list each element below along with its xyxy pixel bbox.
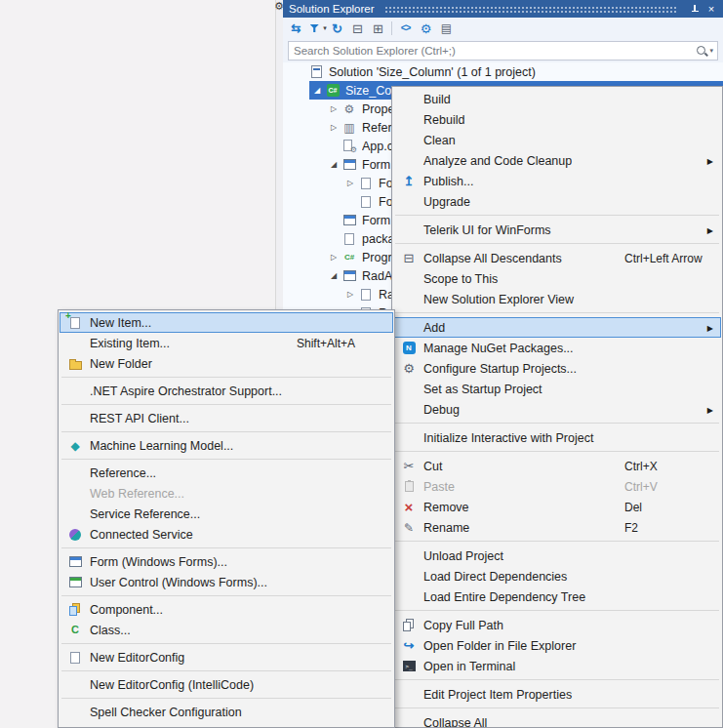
menu-separator: [61, 670, 391, 671]
menu-item-debug[interactable]: Debug▶: [393, 399, 721, 420]
view-code-button[interactable]: <>: [395, 19, 416, 38]
dropdown-arrow-icon[interactable]: ▾: [709, 47, 713, 55]
menu-item-new-editorconfig-intellicode[interactable]: New EditorConfig (IntelliCode): [60, 674, 393, 695]
preview-selected-button[interactable]: ▤: [436, 19, 457, 38]
winform-icon: [341, 213, 357, 228]
menu-item-new-folder[interactable]: New Folder: [60, 353, 393, 374]
collapse-all-button[interactable]: ⊟: [347, 19, 368, 38]
menu-item-connected-service[interactable]: Connected Service: [60, 524, 393, 545]
menu-item-web-reference[interactable]: Web Reference...: [60, 483, 393, 504]
menu-item-collapse-all-descendants[interactable]: ⊟Collapse All DescendantsCtrl+Left Arrow: [393, 248, 721, 268]
show-all-files-button[interactable]: ⊞: [368, 19, 388, 38]
menu-item-copy-full-path[interactable]: Copy Full Path: [393, 615, 721, 635]
config-file-icon: [341, 139, 357, 154]
menu-item-build[interactable]: Build: [393, 89, 721, 109]
indent: [283, 118, 326, 137]
menu-separator: [395, 541, 719, 542]
tree-item-solution-size-column-1-of-1-project[interactable]: Solution 'Size_Column' (1 of 1 project): [283, 62, 723, 81]
menu-item-reference[interactable]: Reference...: [60, 463, 393, 483]
menu-item-upgrade[interactable]: Upgrade: [393, 191, 721, 212]
sync-active-document-icon: ⇆: [289, 20, 304, 36]
expanded-expander-icon[interactable]: ◢: [326, 271, 341, 280]
menu-item-label: Telerik UI for WinForms: [423, 223, 551, 237]
collapsed-expander-icon[interactable]: ▷: [342, 179, 358, 187]
menu-item-existing-item[interactable]: Existing Item...Shift+Alt+A: [60, 333, 393, 353]
menu-item-new-editorconfig[interactable]: New EditorConfig: [60, 647, 393, 667]
view-code-icon: <>: [398, 20, 414, 36]
menu-item-class[interactable]: CClass...: [60, 620, 393, 640]
menu-item-remove[interactable]: ×RemoveDel: [393, 497, 721, 517]
indent: [283, 137, 326, 155]
menu-item-configure-startup-projects[interactable]: ⚙Configure Startup Projects...: [393, 358, 721, 379]
tree-item-content: Solution 'Size_Column' (1 of 1 project): [293, 62, 723, 81]
menu-item-user-control-windows-forms[interactable]: User Control (Windows Forms)...: [60, 572, 393, 592]
menu-item-machine-learning-model[interactable]: ◆Machine Learning Model...: [60, 435, 393, 456]
menu-separator: [395, 610, 719, 611]
titlebar-drag-texture[interactable]: [384, 6, 677, 14]
menu-item-open-folder-in-file-explorer[interactable]: ↪Open Folder in File Explorer: [393, 635, 721, 656]
menu-separator: [61, 377, 391, 378]
menu-separator: [395, 243, 719, 244]
menu-item-set-as-startup-project[interactable]: Set as Startup Project: [393, 379, 721, 399]
menu-item-rest-api-client[interactable]: REST API Client...: [60, 408, 393, 428]
editorconfig-icon: [67, 650, 83, 666]
indent: [283, 100, 326, 118]
menu-item-spell-checker-configuration[interactable]: Spell Checker Configuration: [60, 702, 393, 722]
filter-button[interactable]: ▾: [306, 19, 327, 38]
menu-item-rebuild[interactable]: Rebuild: [393, 109, 721, 130]
sync-active-document-button[interactable]: ⇆: [286, 19, 306, 38]
menu-item-scope-to-this[interactable]: Scope to This: [393, 268, 721, 289]
expanded-expander-icon[interactable]: ◢: [309, 86, 325, 95]
collapsed-expander-icon[interactable]: ▷: [326, 104, 341, 113]
menu-item-paste[interactable]: PasteCtrl+V: [393, 476, 721, 497]
collapsed-expander-icon[interactable]: ▷: [326, 253, 341, 262]
paste-icon: [401, 479, 417, 495]
collapsed-expander-icon[interactable]: ▷: [342, 290, 358, 299]
terminal-icon: >_: [401, 659, 417, 674]
new-item-icon: [67, 315, 83, 331]
menu-item-new-item[interactable]: New Item...: [60, 312, 393, 333]
expanded-expander-icon[interactable]: ◢: [326, 160, 341, 169]
menu-item-analyze-and-code-cleanup[interactable]: Analyze and Code Cleanup▶: [393, 150, 721, 171]
search-input[interactable]: [289, 45, 695, 57]
publish-icon: ↥: [401, 174, 417, 189]
tree-item-label: Form: [362, 158, 390, 172]
menu-item-service-reference[interactable]: Service Reference...: [60, 504, 393, 524]
refresh-button[interactable]: ↻: [327, 19, 347, 38]
menu-icon-gutter: ×: [396, 500, 422, 515]
menu-item-edit-project-item-properties[interactable]: Edit Project Item Properties: [393, 684, 721, 705]
menu-item-cut[interactable]: ✂CutCtrl+X: [393, 456, 721, 476]
menu-item-rename[interactable]: ✎RenameF2: [393, 517, 721, 538]
menu-item-manage-nuget-packages[interactable]: NManage NuGet Packages...: [393, 338, 721, 358]
menu-icon-gutter: ◆: [62, 438, 88, 454]
search-icon[interactable]: [697, 46, 705, 55]
menu-item-telerik-ui-for-winforms[interactable]: Telerik UI for WinForms▶: [393, 220, 721, 240]
properties-wrench-button[interactable]: ⚙: [416, 19, 436, 38]
file-icon: [358, 176, 374, 191]
menu-item-form-windows-forms[interactable]: Form (Windows Forms)...: [60, 551, 393, 572]
menu-item-component[interactable]: Component...: [60, 599, 393, 620]
menu-item-label: Edit Project Item Properties: [423, 688, 572, 702]
add-submenu: New Item...Existing Item...Shift+Alt+ANe…: [58, 309, 395, 728]
menu-item-unload-project[interactable]: Unload Project: [393, 546, 721, 566]
menu-item-new-solution-explorer-view[interactable]: New Solution Explorer View: [393, 289, 721, 309]
close-icon[interactable]: ×: [704, 4, 718, 15]
properties-wrench-icon: ⚙: [419, 20, 434, 36]
tree-item-label: RadAl: [362, 269, 395, 283]
menu-item-initialize-interactive-with-project[interactable]: Initialize Interactive with Project: [393, 427, 721, 448]
collapsed-expander-icon[interactable]: ▷: [326, 123, 341, 132]
menu-item-open-in-terminal[interactable]: >_Open in Terminal: [393, 656, 721, 676]
menu-item-label: Remove: [423, 501, 469, 514]
menu-item-collapse-all[interactable]: Collapse All: [393, 712, 721, 728]
menu-separator: [395, 679, 719, 680]
menu-item-clean[interactable]: Clean: [393, 130, 721, 150]
menu-item-label: Configure Startup Projects...: [423, 362, 577, 376]
menu-item-load-direct-dependencies[interactable]: Load Direct Dependencies: [393, 566, 721, 586]
menu-item-publish[interactable]: ↥Publish...: [393, 171, 721, 191]
menu-item-net-aspire-orchestrator-support[interactable]: .NET Aspire Orchestrator Support...: [60, 381, 393, 401]
menu-item-load-entire-dependency-tree[interactable]: Load Entire Dependency Tree: [393, 586, 721, 607]
pin-icon[interactable]: [688, 5, 702, 14]
submenu-arrow-icon: ▶: [707, 225, 713, 234]
menu-item-add[interactable]: Add▶: [393, 317, 721, 338]
menu-icon-gutter: [62, 356, 88, 372]
